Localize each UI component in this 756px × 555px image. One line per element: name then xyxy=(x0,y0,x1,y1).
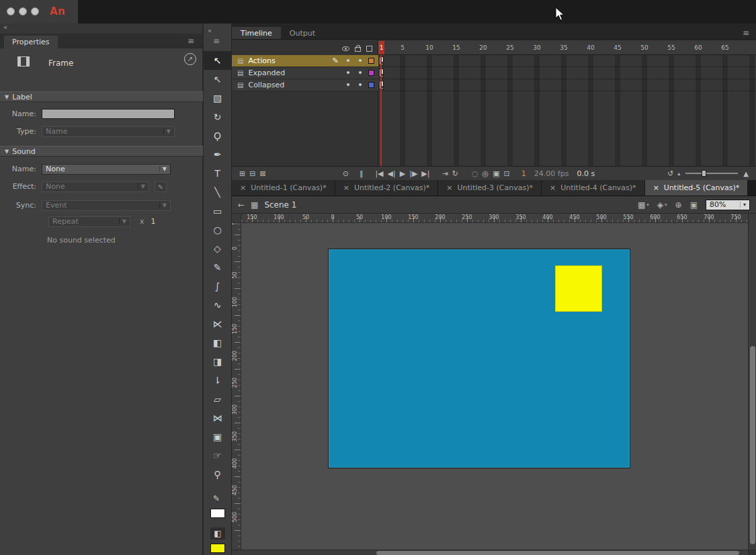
selection-tool[interactable]: ↖ xyxy=(204,51,231,70)
frame-ruler[interactable]: 1 5101520253035404550556065 xyxy=(378,41,756,55)
eraser-tool[interactable]: ▱ xyxy=(204,390,231,409)
tab-properties[interactable]: Properties xyxy=(4,36,58,48)
horizontal-ruler[interactable]: 1501005005010015020025030035040045050055… xyxy=(232,214,748,223)
delete-layer-button[interactable]: ⊠ xyxy=(257,169,267,178)
lasso-tool[interactable]: Ϙ xyxy=(204,126,231,145)
label-type-dropdown[interactable]: Name ▼ xyxy=(42,126,175,137)
close-icon[interactable]: × xyxy=(446,183,452,192)
layer-row-expanded[interactable]: ▤Expanded•• xyxy=(232,67,378,79)
go-to-first-frame-button[interactable]: |◀ xyxy=(373,169,385,178)
outline-layers-toggle[interactable] xyxy=(364,46,374,52)
reset-timeline-zoom-button[interactable]: ↺ xyxy=(665,169,675,178)
free-transform-tool[interactable]: ▧ xyxy=(204,89,231,108)
label-name-input[interactable] xyxy=(42,109,175,119)
document-tab[interactable]: ×Untitled-1 (Canvas)* xyxy=(232,180,335,196)
document-tab[interactable]: ×Untitled-3 (Canvas)* xyxy=(438,180,542,196)
bone-tool[interactable]: ⋉ xyxy=(204,314,231,333)
paint-brush-tool[interactable]: ∿ xyxy=(204,296,231,314)
edit-multiple-frames-button[interactable]: ▣ xyxy=(491,169,501,178)
text-tool[interactable]: T xyxy=(204,164,231,183)
show-hide-layers-toggle[interactable] xyxy=(339,46,351,51)
sound-sync-dropdown[interactable]: Event ▼ xyxy=(42,200,171,211)
polystar-tool[interactable]: ◇ xyxy=(204,239,231,258)
pen-tool[interactable]: ✒ xyxy=(204,145,231,164)
elapsed-time-value[interactable]: 0.0 s xyxy=(577,169,595,178)
vertical-scrollbar[interactable] xyxy=(748,214,756,550)
layer-lock-dot[interactable]: • xyxy=(354,81,366,89)
oval-tool[interactable]: ○ xyxy=(204,220,231,239)
eyedropper-tool[interactable]: ⇂ xyxy=(204,371,231,390)
canvas-area[interactable]: 1501005005010015020025030035040045050055… xyxy=(232,214,748,550)
horizontal-scrollbar-thumb[interactable] xyxy=(376,551,739,555)
edit-scene-button[interactable]: ▦ ▾ xyxy=(638,200,649,210)
back-arrow-icon[interactable]: ← xyxy=(238,200,245,210)
zoom-window-button[interactable] xyxy=(31,7,39,15)
pencil-tool[interactable]: ✎ xyxy=(204,258,231,277)
go-to-last-frame-button[interactable]: ▶| xyxy=(419,169,431,178)
edit-symbols-button[interactable]: ◈ ▾ xyxy=(657,200,667,210)
camera-tool[interactable]: ▣ xyxy=(204,427,231,446)
sound-name-dropdown[interactable]: None ▼ xyxy=(42,164,171,175)
lock-layers-toggle[interactable] xyxy=(351,45,364,52)
close-icon[interactable]: × xyxy=(343,183,349,192)
properties-collapse-button[interactable]: « xyxy=(0,24,202,34)
width-tool[interactable]: ⋈ xyxy=(204,409,231,427)
modify-markers-button[interactable]: ⊡ xyxy=(502,169,512,178)
layer-lock-dot[interactable]: • xyxy=(354,69,366,77)
subselection-tool[interactable]: ↖ xyxy=(204,70,231,89)
layer-visibility-dot[interactable]: • xyxy=(342,56,354,65)
step-back-button[interactable]: ◀| xyxy=(386,169,398,178)
repeat-count-value[interactable]: 1 xyxy=(151,217,156,226)
tools-collapse-button[interactable]: « xyxy=(208,27,212,34)
zoom-tool[interactable]: ⚲ xyxy=(204,465,231,484)
layer-visibility-dot[interactable]: • xyxy=(342,81,354,89)
line-tool[interactable]: ╲ xyxy=(204,183,231,202)
brush-tool[interactable]: ∫ xyxy=(204,277,231,296)
clip-content-button[interactable]: ▣ xyxy=(690,200,698,210)
frame-rate-value[interactable]: 24.00 fps xyxy=(534,169,569,178)
rectangle-tool[interactable]: ▭ xyxy=(204,202,231,220)
turnaround-button[interactable]: ⇥ xyxy=(440,169,450,178)
loop-button[interactable]: ↻ xyxy=(450,169,460,178)
close-icon[interactable]: × xyxy=(550,183,556,192)
layer-color-swatch[interactable] xyxy=(368,70,374,76)
yellow-rectangle-shape[interactable] xyxy=(555,265,602,312)
frame-grid-row[interactable] xyxy=(378,67,756,79)
document-tab[interactable]: ×Untitled-4 (Canvas)* xyxy=(542,180,645,196)
onion-skin-outlines-button[interactable]: ◎ xyxy=(480,169,491,178)
paint-bucket-tool[interactable]: ◧ xyxy=(204,333,231,352)
horizontal-scrollbar[interactable] xyxy=(232,550,748,555)
stage[interactable] xyxy=(328,249,630,468)
ink-bottle-tool[interactable]: ◨ xyxy=(204,352,231,371)
playhead-line[interactable] xyxy=(380,55,382,166)
vertical-ruler[interactable]: 50050100150200250300350400450500 xyxy=(232,214,241,550)
frame-grid-row[interactable] xyxy=(378,79,756,91)
current-frame-value[interactable]: 1 xyxy=(521,169,526,178)
properties-panel-menu-icon[interactable]: ≡ xyxy=(187,36,194,46)
label-section-header[interactable]: ▼ Label xyxy=(0,91,203,102)
timeline-zoom-out-icon[interactable]: ▴ xyxy=(675,171,682,177)
center-stage-button[interactable]: ⊕ xyxy=(675,200,682,210)
layer-visibility-dot[interactable]: • xyxy=(342,69,354,77)
play-button[interactable]: ▶ xyxy=(398,169,407,178)
sound-repeat-dropdown[interactable]: Repeat ▼ xyxy=(48,216,130,227)
pause-button[interactable]: ‖ xyxy=(358,169,366,178)
frame-grid-row[interactable] xyxy=(378,55,756,67)
document-tab[interactable]: ×Untitled-2 (Canvas)* xyxy=(335,180,439,196)
frame-grid[interactable] xyxy=(378,55,756,166)
onion-skin-button[interactable]: ◌ xyxy=(470,169,480,178)
quick-action-button[interactable]: ↗ xyxy=(184,53,196,65)
close-icon[interactable]: × xyxy=(240,183,246,192)
layer-lock-dot[interactable]: • xyxy=(354,56,366,65)
playhead-frame-label[interactable]: 1 xyxy=(378,41,384,54)
fill-color-swatch[interactable] xyxy=(210,544,225,553)
layer-row-collapsed[interactable]: ▤Collapsed•• xyxy=(232,79,378,91)
step-forward-button[interactable]: |▶ xyxy=(407,169,419,178)
close-window-button[interactable] xyxy=(7,7,15,15)
rotation-tool[interactable]: ↻ xyxy=(204,108,231,126)
edit-sound-envelope-button[interactable]: ✎ xyxy=(155,181,167,192)
timeline-zoom-slider[interactable] xyxy=(685,173,738,174)
vertical-scrollbar-thumb[interactable] xyxy=(750,346,755,544)
document-tab[interactable]: ×Untitled-5 (Canvas)* xyxy=(645,180,749,196)
close-icon[interactable]: × xyxy=(653,183,659,192)
